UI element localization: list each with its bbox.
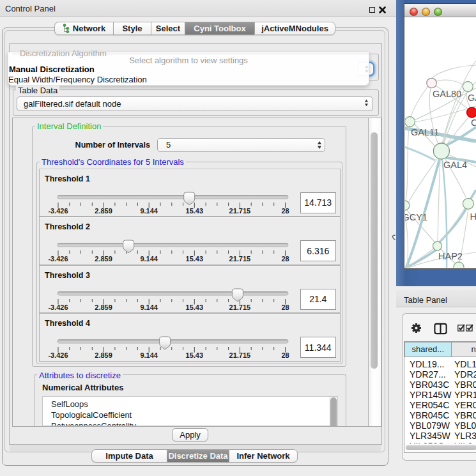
svg-text:C: C (471, 118, 476, 128)
svg-text:2.859: 2.859 (95, 303, 112, 311)
svg-text:21.715: 21.715 (229, 351, 251, 359)
svg-text:21.715: 21.715 (229, 255, 251, 263)
svg-text:28: 28 (281, 255, 289, 263)
svg-text:21.715: 21.715 (229, 303, 251, 311)
svg-text:15.43: 15.43 (186, 255, 204, 263)
svg-text:15.43: 15.43 (186, 207, 204, 215)
svg-text:2.859: 2.859 (95, 207, 112, 215)
svg-text:15.43: 15.43 (186, 351, 204, 359)
svg-text:15.43: 15.43 (186, 303, 204, 311)
svg-text:GA: GA (468, 93, 476, 103)
svg-text:28: 28 (281, 351, 289, 359)
svg-text:GAL80: GAL80 (433, 89, 461, 99)
svg-text:2.859: 2.859 (95, 255, 112, 263)
svg-text:9.144: 9.144 (140, 207, 158, 215)
svg-text:-3.426: -3.426 (48, 207, 68, 215)
svg-text:GAL4: GAL4 (443, 160, 467, 170)
svg-text:HAP2: HAP2 (438, 251, 463, 261)
svg-text:9.144: 9.144 (140, 255, 158, 263)
svg-text:H: H (470, 211, 476, 222)
svg-text:GCY1: GCY1 (405, 212, 427, 222)
svg-text:-3.426: -3.426 (48, 303, 68, 311)
svg-text:28: 28 (281, 207, 289, 215)
svg-text:9.144: 9.144 (140, 303, 158, 311)
svg-text:-3.426: -3.426 (48, 351, 68, 359)
svg-text:28: 28 (281, 303, 289, 311)
svg-text:GAL11: GAL11 (411, 127, 439, 137)
svg-text:9.144: 9.144 (140, 351, 158, 359)
svg-text:21.715: 21.715 (229, 207, 251, 215)
svg-text:-3.426: -3.426 (48, 255, 68, 263)
svg-text:2.859: 2.859 (95, 351, 112, 359)
